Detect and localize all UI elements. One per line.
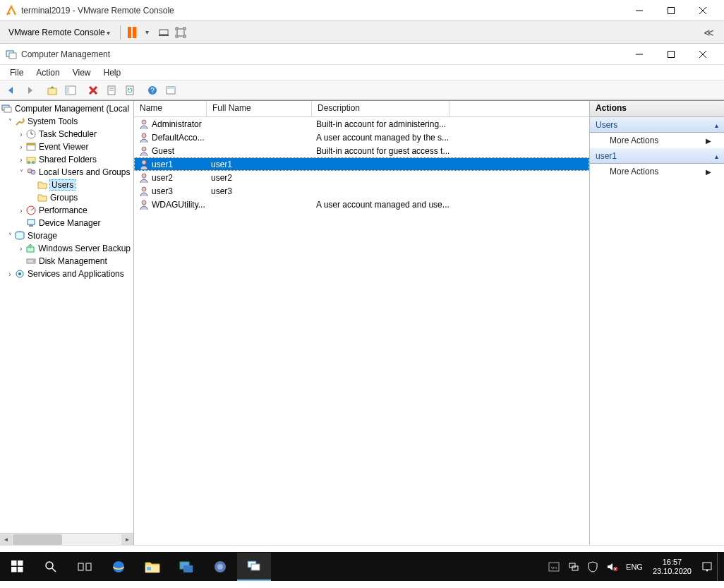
- tree-local-users-groups[interactable]: ˅ Local Users and Groups: [0, 166, 133, 179]
- expand-icon[interactable]: ›: [17, 143, 25, 151]
- list-row[interactable]: GuestBuilt-in account for guest access t…: [134, 144, 589, 157]
- tree-storage[interactable]: ˅ Storage: [0, 229, 133, 242]
- list-row[interactable]: user2user2: [134, 171, 589, 184]
- tree-root[interactable]: Computer Management (Local: [0, 102, 133, 115]
- send-cad-button[interactable]: [157, 26, 170, 39]
- forward-button[interactable]: [21, 83, 38, 98]
- vmware-toolbar: VMware Remote Console ≪: [0, 21, 724, 44]
- tray-security-icon[interactable]: [584, 553, 602, 581]
- submenu-arrow-icon: ▶: [706, 137, 711, 145]
- actions-section-users[interactable]: Users: [590, 117, 724, 133]
- performance-icon: [25, 205, 37, 216]
- tray-vmware-icon[interactable]: vm: [544, 553, 564, 581]
- tree-shared-folders[interactable]: › Shared Folders: [0, 153, 133, 166]
- tree-horizontal-scrollbar[interactable]: ◄ ►: [0, 533, 133, 545]
- help-button[interactable]: ?: [144, 83, 161, 98]
- refresh-button[interactable]: [121, 83, 138, 98]
- tree-disk-management[interactable]: Disk Management: [0, 255, 133, 268]
- minimize-button[interactable]: [623, 1, 655, 20]
- collapse-icon[interactable]: ˅: [6, 118, 14, 126]
- svg-point-41: [33, 260, 35, 262]
- tree-label: Event Viewer: [39, 142, 88, 152]
- actions-section-user1[interactable]: user1: [590, 148, 724, 164]
- users-groups-icon: [25, 167, 37, 178]
- properties-button[interactable]: [103, 83, 120, 98]
- up-level-button[interactable]: [44, 83, 61, 98]
- tray-clock[interactable]: 16:57 23.10.2020: [647, 558, 697, 576]
- tree-services-apps[interactable]: › Services and Applications: [0, 268, 133, 280]
- list-row[interactable]: DefaultAcco...A user account managed by …: [134, 131, 589, 144]
- maximize-button[interactable]: [655, 1, 687, 20]
- search-button[interactable]: [34, 553, 68, 581]
- taskbar-explorer[interactable]: [135, 553, 169, 581]
- list-row[interactable]: user3user3: [134, 184, 589, 198]
- tree-users[interactable]: Users: [0, 179, 133, 191]
- tray-volume-icon[interactable]: [602, 553, 622, 581]
- tree-task-scheduler[interactable]: › Task Scheduler: [0, 128, 133, 140]
- scroll-thumb[interactable]: [13, 534, 62, 545]
- export-list-button[interactable]: [162, 83, 179, 98]
- close-button[interactable]: [687, 1, 718, 20]
- menu-help[interactable]: Help: [98, 66, 127, 79]
- tree-device-manager[interactable]: Device Manager: [0, 217, 133, 229]
- tree-event-viewer[interactable]: › Event Viewer: [0, 140, 133, 153]
- scroll-right-button[interactable]: ►: [121, 534, 133, 545]
- desktop-gap: [0, 545, 724, 552]
- collapse-icon[interactable]: ˅: [6, 232, 14, 240]
- show-desktop-button[interactable]: [717, 553, 721, 581]
- list-row[interactable]: AdministratorBuilt-in account for admini…: [134, 117, 589, 131]
- svg-rect-54: [18, 567, 23, 572]
- cm-maximize-button[interactable]: [655, 44, 687, 64]
- tray-network-icon[interactable]: [564, 553, 584, 581]
- menu-action[interactable]: Action: [30, 66, 65, 79]
- column-header-name[interactable]: Name: [134, 101, 207, 116]
- scroll-left-button[interactable]: ◄: [0, 534, 12, 545]
- list-row[interactable]: WDAGUtility...A user account managed and…: [134, 198, 589, 211]
- taskbar-app-2[interactable]: [203, 553, 237, 581]
- fullscreen-button[interactable]: [174, 26, 187, 39]
- tree-performance[interactable]: › Performance: [0, 204, 133, 217]
- taskbar-ie[interactable]: [102, 553, 135, 581]
- cell-name: WDAGUtility...: [134, 199, 207, 210]
- expand-icon[interactable]: ›: [6, 270, 14, 278]
- more-actions-users[interactable]: More Actions ▶: [590, 133, 724, 148]
- start-button[interactable]: [0, 553, 34, 581]
- tree-label: Storage: [28, 231, 57, 241]
- pin-toolbar-button[interactable]: ≪: [699, 27, 718, 38]
- delete-button[interactable]: [85, 83, 102, 98]
- expand-icon[interactable]: ›: [17, 156, 25, 164]
- tree-content[interactable]: Computer Management (Local ˅ System Tool…: [0, 101, 133, 533]
- expand-icon[interactable]: ›: [17, 131, 25, 138]
- expand-icon[interactable]: ›: [17, 245, 25, 253]
- column-header-fullname[interactable]: Full Name: [207, 101, 312, 116]
- taskbar-computer-management[interactable]: [237, 553, 271, 581]
- tray-notifications-icon[interactable]: [697, 553, 717, 581]
- back-button[interactable]: [3, 83, 20, 98]
- menu-file[interactable]: File: [4, 66, 29, 79]
- expand-icon[interactable]: ›: [17, 207, 25, 215]
- show-hide-tree-button[interactable]: [62, 83, 79, 98]
- list-row[interactable]: user1user1: [134, 157, 589, 171]
- tray-language[interactable]: ENG: [622, 553, 647, 581]
- cm-close-button[interactable]: [687, 44, 718, 64]
- shared-folder-icon: [25, 154, 37, 165]
- cell-name: user1: [134, 159, 207, 170]
- collapse-icon[interactable]: ˅: [17, 169, 25, 176]
- menu-view[interactable]: View: [67, 66, 97, 79]
- svg-rect-14: [48, 88, 56, 95]
- cm-minimize-button[interactable]: [623, 44, 655, 64]
- list-rows[interactable]: AdministratorBuilt-in account for admini…: [134, 117, 589, 545]
- tree-system-tools[interactable]: ˅ System Tools: [0, 115, 133, 128]
- tree-ws-backup[interactable]: › Windows Server Backup: [0, 242, 133, 255]
- vmware-console-menu[interactable]: VMware Remote Console: [6, 26, 113, 39]
- task-view-button[interactable]: [68, 553, 102, 581]
- vmware-console-menu-label: VMware Remote Console: [8, 28, 105, 37]
- tree-groups[interactable]: Groups: [0, 191, 133, 204]
- svg-point-48: [142, 174, 146, 178]
- column-header-description[interactable]: Description: [312, 101, 450, 116]
- power-menu-dropdown[interactable]: [140, 26, 153, 39]
- svg-rect-2: [668, 7, 674, 13]
- more-actions-user1[interactable]: More Actions ▶: [590, 164, 724, 179]
- taskbar-app-1[interactable]: [169, 553, 203, 581]
- pause-button[interactable]: [128, 27, 136, 38]
